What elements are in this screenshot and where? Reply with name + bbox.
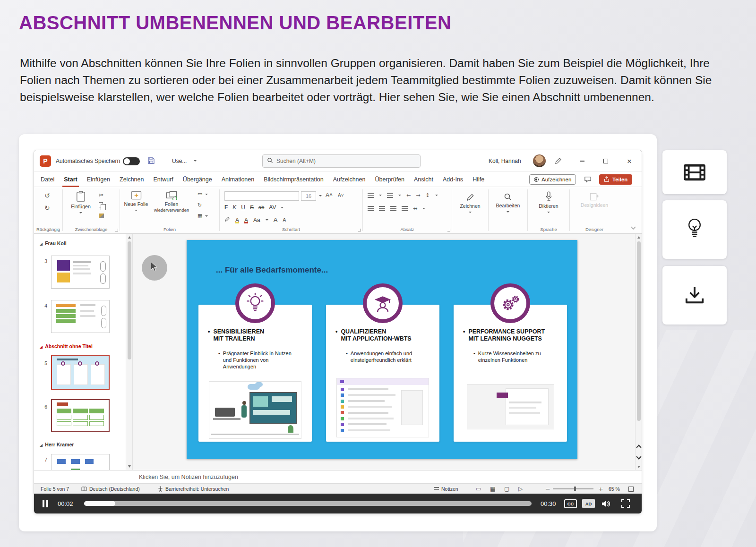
- next-slide-icon[interactable]: [636, 454, 641, 459]
- volume-button[interactable]: [601, 494, 611, 513]
- autosave-toggle[interactable]: [123, 157, 140, 165]
- slide-thumbnail-7[interactable]: [51, 454, 110, 470]
- change-case-button[interactable]: Aa: [253, 217, 260, 223]
- panel-scroll-thumb[interactable]: [128, 241, 131, 359]
- previous-slide-icon[interactable]: [636, 444, 641, 450]
- tab-entwurf[interactable]: Entwurf: [153, 172, 173, 187]
- tab-datei[interactable]: Datei: [41, 172, 54, 187]
- character-spacing-button[interactable]: AV: [269, 204, 276, 211]
- grow-font-icon[interactable]: A˄: [326, 192, 333, 198]
- slide-thumbnail-6[interactable]: [51, 399, 110, 432]
- notes-area[interactable]: Klicken Sie, um Notizen hinzuzufügen: [34, 470, 642, 483]
- tips-section-button[interactable]: [662, 200, 727, 259]
- tab-einfuegen[interactable]: Einfügen: [87, 172, 110, 187]
- small-a-icon[interactable]: A: [283, 217, 286, 222]
- notes-toggle[interactable]: Notizen: [434, 484, 458, 494]
- normal-view-icon[interactable]: [476, 484, 481, 494]
- tab-ueberpruefen[interactable]: Überprüfen: [375, 172, 404, 187]
- comment-icon[interactable]: [584, 176, 592, 184]
- paragraph-dialog-launcher-icon[interactable]: [447, 229, 450, 231]
- minimize-button[interactable]: [576, 154, 589, 168]
- bullet-list-icon[interactable]: [368, 193, 374, 198]
- section-icon[interactable]: [198, 213, 202, 219]
- font-size-caret-icon[interactable]: [319, 195, 322, 197]
- slide-sorter-view-icon[interactable]: [490, 484, 495, 494]
- zoom-in-icon[interactable]: [598, 484, 603, 494]
- collapse-ribbon-icon[interactable]: [631, 225, 636, 230]
- canvas-scroll-thumb[interactable]: [637, 241, 641, 421]
- font-dialog-launcher-icon[interactable]: [358, 229, 361, 231]
- text-pen-icon[interactable]: [224, 216, 230, 223]
- highlight-color-button[interactable]: A: [235, 217, 239, 223]
- maximize-button[interactable]: [599, 154, 612, 168]
- design-ideas-button[interactable]: Designideen: [570, 193, 619, 208]
- line-spacing-icon[interactable]: [425, 192, 430, 198]
- format-painter-icon[interactable]: [99, 214, 104, 218]
- undo-icon[interactable]: [44, 192, 50, 199]
- cut-icon[interactable]: [99, 192, 103, 198]
- pause-button[interactable]: [43, 494, 48, 513]
- align-left-icon[interactable]: [368, 206, 374, 211]
- slide-thumbnail-4[interactable]: [51, 300, 110, 333]
- underline-button[interactable]: U: [241, 204, 245, 211]
- slide-thumbnail-3[interactable]: [51, 256, 110, 289]
- closed-captions-button[interactable]: CC: [564, 494, 577, 513]
- section-header-frau-koll[interactable]: Frau Koll: [40, 240, 67, 246]
- section-header-herr-kramer[interactable]: Herr Kramer: [40, 442, 74, 447]
- numbered-list-icon[interactable]: [387, 193, 393, 198]
- font-size-input[interactable]: 16: [301, 191, 316, 201]
- scroll-up-icon[interactable]: [128, 236, 131, 239]
- increase-indent-icon[interactable]: [416, 192, 420, 198]
- bold-button[interactable]: F: [224, 204, 228, 211]
- zoom-out-icon[interactable]: [545, 484, 550, 494]
- slideshow-icon[interactable]: [518, 484, 523, 494]
- reuse-slides-button[interactable]: Folienwiederverwenden: [150, 191, 193, 213]
- audio-description-button[interactable]: AD: [582, 494, 595, 513]
- canvas-scrollbar[interactable]: [635, 234, 642, 470]
- tab-animationen[interactable]: Animationen: [222, 172, 255, 187]
- align-center-icon[interactable]: [379, 206, 385, 211]
- decrease-indent-icon[interactable]: [406, 192, 411, 198]
- slide-layout-icon[interactable]: [198, 191, 202, 197]
- tab-start[interactable]: Start: [64, 172, 77, 187]
- search-box[interactable]: Suchen (Alt+M): [262, 154, 421, 168]
- new-slide-button[interactable]: Neue Folie: [123, 191, 149, 214]
- fit-to-window-icon[interactable]: [628, 484, 634, 494]
- justify-icon[interactable]: [402, 206, 408, 211]
- share-button[interactable]: Teilen: [599, 174, 632, 185]
- tab-aufzeichnen[interactable]: Aufzeichnen: [333, 172, 366, 187]
- tab-hilfe[interactable]: Hilfe: [472, 172, 484, 187]
- record-button[interactable]: Aufzeichnen: [529, 174, 576, 185]
- video-player[interactable]: P Automatisches Speichern Use... Suchen …: [34, 150, 642, 513]
- strikethrough-button[interactable]: S: [250, 204, 254, 211]
- document-title[interactable]: Use...: [172, 158, 187, 164]
- accessibility-status[interactable]: Barrierefreiheit: Untersuchen: [158, 484, 229, 494]
- shrink-font-icon[interactable]: A˅: [338, 193, 344, 198]
- columns-icon[interactable]: [413, 205, 417, 212]
- user-avatar[interactable]: [533, 154, 546, 167]
- download-section-button[interactable]: [662, 266, 727, 325]
- edit-pen-icon[interactable]: [555, 157, 562, 166]
- editing-button[interactable]: Bearbeiten: [489, 193, 527, 215]
- paste-button[interactable]: Einfügen: [69, 191, 93, 216]
- tab-ansicht[interactable]: Ansicht: [414, 172, 433, 187]
- tab-addins[interactable]: Add-Ins: [443, 172, 463, 187]
- redo-icon[interactable]: [44, 204, 50, 212]
- clear-format-icon[interactable]: A: [274, 216, 278, 223]
- copy-icon[interactable]: [99, 202, 103, 207]
- character-spacing-caret-icon[interactable]: [281, 207, 284, 208]
- change-case-caret-icon[interactable]: [266, 219, 268, 221]
- save-icon[interactable]: [147, 157, 155, 166]
- document-title-caret-icon[interactable]: [194, 160, 197, 162]
- clipboard-dialog-launcher-icon[interactable]: [115, 229, 118, 231]
- zoom-level[interactable]: 65 %: [609, 484, 620, 494]
- zoom-knob[interactable]: [574, 487, 576, 491]
- zoom-slider[interactable]: [553, 484, 593, 494]
- video-section-button[interactable]: [662, 150, 727, 194]
- scroll-up-icon[interactable]: [637, 236, 640, 239]
- slide-thumbnail-5-selected[interactable]: [51, 355, 110, 390]
- current-slide[interactable]: ... Für alle Bedarfsmomente... SENSIBILI…: [187, 240, 577, 459]
- panel-scrollbar[interactable]: [126, 234, 133, 470]
- dictate-button[interactable]: Diktieren: [528, 191, 569, 215]
- reading-view-icon[interactable]: [504, 484, 509, 494]
